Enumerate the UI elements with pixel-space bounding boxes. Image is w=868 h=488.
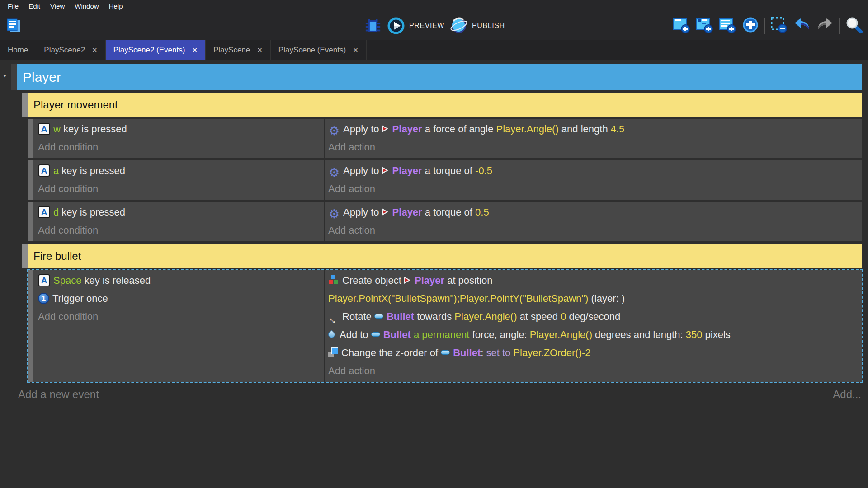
- comment-row[interactable]: Player movement: [22, 93, 862, 117]
- conditions-cell: Aw key is pressedAdd condition: [33, 119, 325, 158]
- text-segment: a permanent: [411, 329, 470, 340]
- debug-icon: [364, 17, 382, 34]
- action[interactable]: Rotate Bullet towards Player.Angle() at …: [328, 308, 862, 326]
- redo-button[interactable]: [816, 16, 834, 36]
- add-action-button[interactable]: Add action: [328, 362, 862, 380]
- search-button[interactable]: [844, 16, 863, 36]
- condition[interactable]: Aa key is pressed: [38, 162, 324, 180]
- event-row[interactable]: ASpace key is released1Trigger onceAdd c…: [28, 270, 862, 382]
- publish-label: PUBLISH: [472, 22, 505, 30]
- tab-playscene-events[interactable]: PlayScene (Events)✕: [271, 40, 367, 60]
- text-segment: :: [481, 347, 486, 358]
- action[interactable]: Apply to Player a torque of 0.5: [328, 203, 862, 221]
- add-condition-button[interactable]: Add condition: [38, 180, 324, 198]
- comment-body: Fire bullet: [28, 244, 862, 268]
- menu-item-file[interactable]: File: [3, 0, 24, 12]
- add-new-icon: [741, 16, 760, 34]
- event-group-row: Player: [11, 64, 862, 90]
- action[interactable]: Apply to Player a force of angle Player.…: [328, 120, 862, 138]
- text-segment: Player.PointX("BulletSpawn");Player.Poin…: [328, 293, 588, 304]
- tab-label: PlayScene: [213, 46, 250, 55]
- add-comment-button[interactable]: [718, 16, 736, 36]
- tab-close-icon[interactable]: ✕: [192, 46, 198, 54]
- tab-playscene2-events[interactable]: PlayScene2 (Events)✕: [106, 40, 206, 60]
- add-new-event-button[interactable]: Add a new event: [18, 388, 99, 401]
- event-row[interactable]: Ad key is pressedAdd conditionApply to P…: [28, 202, 862, 241]
- publish-globe-icon: [450, 17, 468, 35]
- text-segment: key is released: [81, 275, 151, 286]
- text-segment: Player: [392, 123, 422, 135]
- add-event-icon: [672, 16, 690, 34]
- comment-drag-strip[interactable]: [22, 93, 28, 117]
- publish-button[interactable]: PUBLISH: [450, 17, 505, 35]
- text-segment: Player: [392, 165, 422, 176]
- tab-label: PlayScene2 (Events): [113, 46, 185, 55]
- action[interactable]: Create object Player at position: [328, 272, 862, 290]
- event-drag-strip[interactable]: [28, 119, 33, 158]
- add-new-button[interactable]: [741, 16, 760, 36]
- add-condition-button[interactable]: Add condition: [38, 138, 324, 156]
- delete-selection-icon: [770, 16, 788, 34]
- action[interactable]: Add to Bullet a permanent force, angle: …: [328, 326, 862, 344]
- menu-item-help[interactable]: Help: [104, 0, 128, 12]
- toolbar-separator: [764, 18, 765, 34]
- bullet-object-icon: [374, 314, 383, 319]
- tab-close-icon[interactable]: ✕: [257, 46, 263, 54]
- add-action-button[interactable]: Add action: [328, 221, 862, 239]
- condition[interactable]: ASpace key is released: [38, 272, 324, 290]
- player-object-icon: [382, 125, 389, 133]
- preview-button[interactable]: PREVIEW: [387, 17, 444, 35]
- text-segment: a torque of: [422, 206, 475, 218]
- text-segment: Player.Angle(): [454, 311, 517, 322]
- text-segment: Add to: [340, 329, 371, 340]
- text-segment: key is pressed: [61, 123, 127, 135]
- project-manager-button[interactable]: [5, 17, 23, 35]
- tab-close-icon[interactable]: ✕: [92, 46, 98, 54]
- event-row[interactable]: Aa key is pressedAdd conditionApply to P…: [28, 160, 862, 200]
- add-sub-event-button[interactable]: [695, 16, 713, 36]
- tab-playscene[interactable]: PlayScene✕: [206, 40, 271, 60]
- add-condition-button[interactable]: Add condition: [38, 221, 324, 239]
- event-drag-strip[interactable]: [28, 160, 33, 200]
- condition[interactable]: Ad key is pressed: [38, 203, 324, 221]
- text-segment: Player.Angle(): [496, 123, 559, 135]
- bullet-object-icon: [371, 332, 380, 337]
- undo-button[interactable]: [793, 16, 811, 36]
- tab-home[interactable]: Home: [0, 40, 36, 60]
- add-condition-button[interactable]: Add condition: [38, 308, 324, 326]
- comment-drag-strip[interactable]: [22, 244, 28, 268]
- add-event-button[interactable]: [672, 16, 690, 36]
- action[interactable]: Apply to Player a torque of -0.5: [328, 162, 862, 180]
- text-segment: key is pressed: [59, 206, 125, 218]
- action[interactable]: Change the z-order of Bullet: set to Pla…: [328, 344, 862, 362]
- keyboard-key-icon: A: [38, 206, 50, 218]
- group-fold-caret-icon[interactable]: ▾: [3, 72, 6, 79]
- add-action-button[interactable]: Add action: [328, 180, 862, 198]
- debug-button[interactable]: [364, 17, 382, 34]
- condition[interactable]: 1Trigger once: [38, 290, 324, 308]
- condition[interactable]: Aw key is pressed: [38, 120, 324, 138]
- action[interactable]: Player.PointX("BulletSpawn");Player.Poin…: [328, 290, 862, 308]
- group-drag-strip[interactable]: [11, 64, 17, 90]
- tab-playscene2[interactable]: PlayScene2✕: [36, 40, 105, 60]
- physics-gear-icon: [328, 206, 340, 218]
- comment-row[interactable]: Fire bullet: [22, 244, 862, 268]
- text-segment: Player.ZOrder()-2: [513, 347, 590, 358]
- sheet-footer: Add a new event Add...: [18, 388, 861, 401]
- menu-item-window[interactable]: Window: [70, 0, 104, 12]
- menu-item-view[interactable]: View: [45, 0, 70, 12]
- group-header[interactable]: Player: [17, 64, 862, 90]
- text-segment: deg/second: [566, 311, 620, 322]
- add-more-button[interactable]: Add...: [833, 388, 861, 401]
- events-sheet: ▾ Player Player movementAw key is presse…: [0, 60, 868, 488]
- event-row[interactable]: Aw key is pressedAdd conditionApply to P…: [28, 119, 862, 158]
- menu-item-edit[interactable]: Edit: [24, 0, 45, 12]
- tab-close-icon[interactable]: ✕: [353, 46, 359, 54]
- delete-selection-button[interactable]: [770, 16, 788, 36]
- add-action-button[interactable]: Add action: [328, 138, 862, 156]
- text-segment: a torque of: [422, 165, 475, 176]
- text-segment: Bullet: [453, 347, 481, 358]
- event-drag-strip[interactable]: [28, 202, 33, 241]
- tab-label: PlayScene (Events): [278, 46, 346, 55]
- event-drag-strip[interactable]: [28, 270, 33, 382]
